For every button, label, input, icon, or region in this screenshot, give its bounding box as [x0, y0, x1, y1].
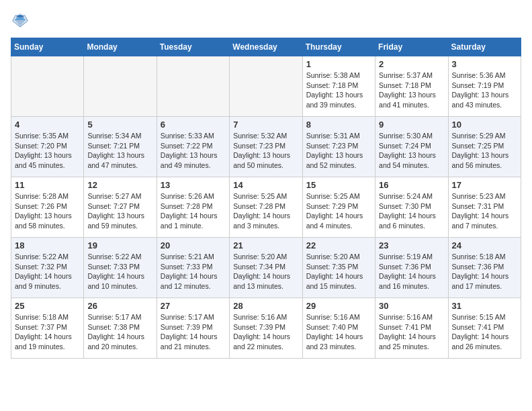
- day-info: Sunrise: 5:28 AM Sunset: 7:26 PM Dayligh…: [15, 191, 80, 231]
- day-number: 10: [452, 120, 517, 130]
- day-number: 25: [15, 301, 80, 311]
- calendar-cell: 3Sunrise: 5:36 AM Sunset: 7:19 PM Daylig…: [448, 56, 521, 117]
- logo: [11, 11, 32, 30]
- day-info: Sunrise: 5:18 AM Sunset: 7:37 PM Dayligh…: [15, 312, 80, 352]
- calendar-cell: 22Sunrise: 5:20 AM Sunset: 7:35 PM Dayli…: [302, 238, 375, 298]
- day-info: Sunrise: 5:26 AM Sunset: 7:28 PM Dayligh…: [161, 191, 226, 231]
- day-info: Sunrise: 5:34 AM Sunset: 7:21 PM Dayligh…: [87, 131, 152, 171]
- calendar-week-row: 11Sunrise: 5:28 AM Sunset: 7:26 PM Dayli…: [11, 177, 521, 238]
- day-number: 31: [452, 301, 517, 311]
- weekday-header: Friday: [375, 38, 448, 56]
- calendar: SundayMondayTuesdayWednesdayThursdayFrid…: [11, 38, 521, 359]
- day-info: Sunrise: 5:16 AM Sunset: 7:40 PM Dayligh…: [306, 312, 371, 352]
- day-info: Sunrise: 5:31 AM Sunset: 7:23 PM Dayligh…: [306, 131, 371, 171]
- calendar-cell: 10Sunrise: 5:29 AM Sunset: 7:25 PM Dayli…: [448, 117, 521, 177]
- day-info: Sunrise: 5:17 AM Sunset: 7:38 PM Dayligh…: [87, 312, 152, 352]
- calendar-cell: 7Sunrise: 5:32 AM Sunset: 7:23 PM Daylig…: [230, 117, 302, 177]
- day-info: Sunrise: 5:36 AM Sunset: 7:19 PM Dayligh…: [452, 71, 517, 110]
- calendar-cell: 12Sunrise: 5:27 AM Sunset: 7:27 PM Dayli…: [84, 177, 157, 238]
- calendar-cell: 21Sunrise: 5:20 AM Sunset: 7:34 PM Dayli…: [230, 238, 302, 298]
- calendar-cell: 27Sunrise: 5:17 AM Sunset: 7:39 PM Dayli…: [157, 298, 229, 359]
- calendar-cell: 11Sunrise: 5:28 AM Sunset: 7:26 PM Dayli…: [11, 177, 84, 238]
- day-info: Sunrise: 5:22 AM Sunset: 7:33 PM Dayligh…: [87, 252, 152, 291]
- calendar-cell: 14Sunrise: 5:25 AM Sunset: 7:28 PM Dayli…: [230, 177, 302, 238]
- day-info: Sunrise: 5:24 AM Sunset: 7:30 PM Dayligh…: [379, 191, 444, 231]
- day-number: 14: [233, 180, 298, 190]
- day-number: 18: [15, 240, 80, 250]
- calendar-cell: 25Sunrise: 5:18 AM Sunset: 7:37 PM Dayli…: [11, 298, 84, 359]
- calendar-week-row: 18Sunrise: 5:22 AM Sunset: 7:32 PM Dayli…: [11, 238, 521, 298]
- day-info: Sunrise: 5:20 AM Sunset: 7:34 PM Dayligh…: [233, 252, 298, 291]
- calendar-week-row: 1Sunrise: 5:38 AM Sunset: 7:18 PM Daylig…: [11, 56, 521, 117]
- day-info: Sunrise: 5:27 AM Sunset: 7:27 PM Dayligh…: [87, 191, 152, 231]
- day-number: 29: [306, 301, 371, 311]
- calendar-cell: 28Sunrise: 5:16 AM Sunset: 7:39 PM Dayli…: [230, 298, 302, 359]
- day-number: 7: [233, 120, 298, 130]
- day-number: 12: [87, 180, 152, 190]
- weekday-header: Wednesday: [230, 38, 302, 56]
- day-number: 27: [161, 301, 226, 311]
- day-number: 4: [15, 120, 80, 130]
- day-number: 1: [306, 59, 371, 69]
- weekday-header: Tuesday: [157, 38, 229, 56]
- calendar-cell: [11, 56, 84, 117]
- day-info: Sunrise: 5:22 AM Sunset: 7:32 PM Dayligh…: [15, 252, 80, 291]
- calendar-cell: 16Sunrise: 5:24 AM Sunset: 7:30 PM Dayli…: [375, 177, 448, 238]
- calendar-cell: [157, 56, 229, 117]
- day-number: 13: [161, 180, 226, 190]
- day-info: Sunrise: 5:33 AM Sunset: 7:22 PM Dayligh…: [161, 131, 226, 171]
- calendar-cell: 9Sunrise: 5:30 AM Sunset: 7:24 PM Daylig…: [375, 117, 448, 177]
- day-info: Sunrise: 5:23 AM Sunset: 7:31 PM Dayligh…: [452, 191, 517, 231]
- day-number: 22: [306, 240, 371, 250]
- day-info: Sunrise: 5:32 AM Sunset: 7:23 PM Dayligh…: [233, 131, 298, 171]
- day-number: 8: [306, 120, 371, 130]
- day-info: Sunrise: 5:35 AM Sunset: 7:20 PM Dayligh…: [15, 131, 80, 171]
- day-number: 9: [379, 120, 444, 130]
- day-number: 11: [15, 180, 80, 190]
- day-number: 5: [87, 120, 152, 130]
- weekday-header: Monday: [84, 38, 157, 56]
- day-number: 21: [233, 240, 298, 250]
- logo-icon: [11, 11, 30, 30]
- day-info: Sunrise: 5:18 AM Sunset: 7:36 PM Dayligh…: [452, 252, 517, 291]
- calendar-cell: 18Sunrise: 5:22 AM Sunset: 7:32 PM Dayli…: [11, 238, 84, 298]
- calendar-cell: 24Sunrise: 5:18 AM Sunset: 7:36 PM Dayli…: [448, 238, 521, 298]
- day-number: 16: [379, 180, 444, 190]
- calendar-week-row: 4Sunrise: 5:35 AM Sunset: 7:20 PM Daylig…: [11, 117, 521, 177]
- day-number: 15: [306, 180, 371, 190]
- calendar-cell: 19Sunrise: 5:22 AM Sunset: 7:33 PM Dayli…: [84, 238, 157, 298]
- calendar-cell: 5Sunrise: 5:34 AM Sunset: 7:21 PM Daylig…: [84, 117, 157, 177]
- day-info: Sunrise: 5:25 AM Sunset: 7:29 PM Dayligh…: [306, 191, 371, 231]
- calendar-week-row: 25Sunrise: 5:18 AM Sunset: 7:37 PM Dayli…: [11, 298, 521, 359]
- calendar-cell: 29Sunrise: 5:16 AM Sunset: 7:40 PM Dayli…: [302, 298, 375, 359]
- day-info: Sunrise: 5:16 AM Sunset: 7:41 PM Dayligh…: [379, 312, 444, 352]
- weekday-header-row: SundayMondayTuesdayWednesdayThursdayFrid…: [11, 38, 521, 56]
- calendar-cell: 26Sunrise: 5:17 AM Sunset: 7:38 PM Dayli…: [84, 298, 157, 359]
- day-info: Sunrise: 5:30 AM Sunset: 7:24 PM Dayligh…: [379, 131, 444, 171]
- page-header: [11, 11, 521, 30]
- day-number: 28: [233, 301, 298, 311]
- calendar-cell: 15Sunrise: 5:25 AM Sunset: 7:29 PM Dayli…: [302, 177, 375, 238]
- calendar-cell: 20Sunrise: 5:21 AM Sunset: 7:33 PM Dayli…: [157, 238, 229, 298]
- calendar-cell: 13Sunrise: 5:26 AM Sunset: 7:28 PM Dayli…: [157, 177, 229, 238]
- calendar-cell: 6Sunrise: 5:33 AM Sunset: 7:22 PM Daylig…: [157, 117, 229, 177]
- day-number: 30: [379, 301, 444, 311]
- calendar-cell: 30Sunrise: 5:16 AM Sunset: 7:41 PM Dayli…: [375, 298, 448, 359]
- day-number: 26: [87, 301, 152, 311]
- calendar-cell: 17Sunrise: 5:23 AM Sunset: 7:31 PM Dayli…: [448, 177, 521, 238]
- day-number: 23: [379, 240, 444, 250]
- day-number: 17: [452, 180, 517, 190]
- weekday-header: Sunday: [11, 38, 84, 56]
- day-info: Sunrise: 5:38 AM Sunset: 7:18 PM Dayligh…: [306, 71, 371, 110]
- day-number: 2: [379, 59, 444, 69]
- day-info: Sunrise: 5:25 AM Sunset: 7:28 PM Dayligh…: [233, 191, 298, 231]
- day-number: 24: [452, 240, 517, 250]
- day-number: 19: [87, 240, 152, 250]
- day-number: 3: [452, 59, 517, 69]
- calendar-cell: 1Sunrise: 5:38 AM Sunset: 7:18 PM Daylig…: [302, 56, 375, 117]
- calendar-cell: 31Sunrise: 5:15 AM Sunset: 7:41 PM Dayli…: [448, 298, 521, 359]
- day-number: 6: [161, 120, 226, 130]
- day-info: Sunrise: 5:29 AM Sunset: 7:25 PM Dayligh…: [452, 131, 517, 171]
- calendar-cell: 23Sunrise: 5:19 AM Sunset: 7:36 PM Dayli…: [375, 238, 448, 298]
- day-info: Sunrise: 5:15 AM Sunset: 7:41 PM Dayligh…: [452, 312, 517, 352]
